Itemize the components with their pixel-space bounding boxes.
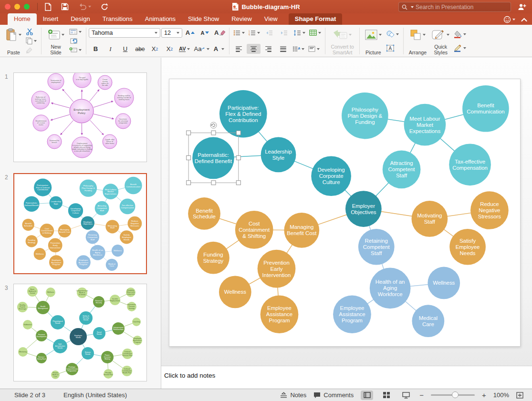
bold-button[interactable]: B [89, 44, 103, 54]
shape-outline-button[interactable] [453, 43, 467, 52]
reset-slide-button[interactable] [68, 36, 83, 45]
tab-shape-format[interactable]: Shape Format [289, 13, 343, 25]
svg-text:Tax-effectiveCompensation: Tax-effectiveCompensation [121, 204, 134, 209]
character-spacing-button[interactable]: AV [177, 44, 191, 54]
slide-3-thumbnail[interactable]: EmployeeNeedsPhysiologicalNeedsSafety &S… [13, 284, 147, 381]
align-center-icon [250, 45, 257, 53]
underline-button[interactable]: U [118, 44, 132, 54]
undo-button[interactable] [78, 3, 91, 10]
slideshow-view-button[interactable] [400, 391, 412, 400]
notes-toggle-button[interactable]: Notes [280, 391, 306, 399]
new-document-button[interactable] [44, 3, 52, 11]
save-button[interactable] [61, 3, 69, 10]
selection-handle[interactable] [236, 155, 240, 160]
align-left-button[interactable] [232, 44, 246, 54]
bullets-button[interactable] [232, 28, 246, 38]
superscript-button[interactable]: X2 [148, 44, 162, 54]
new-slide-caret-icon [62, 34, 64, 36]
comments-toggle-button[interactable]: Comments [313, 391, 354, 399]
selection-handle[interactable] [211, 181, 216, 185]
notes-placeholder: Click to add notes [164, 372, 215, 379]
feedback-smiley-button[interactable] [503, 16, 515, 23]
clear-formatting-label: A [214, 29, 219, 36]
increase-indent-button[interactable] [277, 28, 291, 38]
subscript-button[interactable]: X2 [163, 44, 177, 54]
zoom-in-button[interactable]: + [482, 391, 486, 399]
shapes-button[interactable] [385, 30, 400, 39]
tab-design[interactable]: Design [64, 13, 96, 25]
justify-button[interactable] [276, 44, 290, 54]
slide-1-thumbnail[interactable]: Termination ofemploymentThe goalis to st… [13, 72, 147, 162]
copy-button[interactable] [25, 36, 38, 45]
normal-view-button[interactable] [361, 391, 373, 400]
zoom-window-button[interactable] [24, 4, 30, 10]
align-center-button[interactable] [247, 44, 261, 54]
slide-layout-button[interactable] [68, 27, 83, 36]
change-case-button[interactable]: Aa [192, 44, 211, 54]
zoom-percent[interactable]: 100% [493, 391, 509, 399]
tab-animations[interactable]: Animations [139, 13, 182, 25]
selection-handle[interactable] [187, 131, 191, 135]
slide-2-number: 2 [5, 174, 8, 181]
convert-to-smartart-button[interactable]: Convert toSmartArt [329, 26, 355, 56]
share-add-people-icon[interactable] [518, 3, 526, 10]
text-box-button[interactable]: A [385, 43, 400, 52]
tab-insert[interactable]: Insert [37, 13, 65, 25]
paste-caret-icon [19, 34, 21, 36]
picture-button[interactable]: Picture [363, 26, 384, 56]
redo-button[interactable] [101, 3, 109, 11]
section-button[interactable] [68, 46, 83, 55]
zoom-slider[interactable] [431, 394, 475, 396]
slide-2-thumbnail[interactable]: Participative:Flex & DefinedContribution… [13, 173, 147, 274]
line-spacing-button[interactable] [292, 28, 307, 38]
selection-handle[interactable] [236, 181, 240, 185]
paste-button[interactable]: Paste [4, 26, 23, 56]
shape-fill-button[interactable] [453, 30, 467, 39]
collapse-ribbon-icon[interactable] [521, 18, 527, 22]
search-input[interactable]: Search in Presentation [398, 2, 511, 12]
tab-view[interactable]: View [258, 13, 284, 25]
fit-slide-to-window-icon[interactable] [516, 392, 523, 399]
close-window-button[interactable] [5, 4, 10, 10]
tab-transitions[interactable]: Transitions [96, 13, 139, 25]
align-text-button[interactable] [307, 44, 321, 54]
selection-handle[interactable] [187, 155, 191, 160]
slide-sorter-view-button[interactable] [380, 391, 393, 400]
font-size-select[interactable]: 12 [161, 28, 182, 38]
picture-icon [365, 30, 377, 40]
svg-text:Paternalistic:Defined Benefit: Paternalistic:Defined Benefit [25, 202, 39, 206]
selection-handle[interactable] [187, 181, 191, 185]
format-painter-button[interactable] [25, 46, 38, 55]
text-direction-button[interactable]: A [291, 44, 306, 54]
slide-canvas[interactable]: Participative:Flex & DefinedContribution… [169, 79, 521, 347]
increase-font-size-button[interactable]: A [183, 28, 197, 38]
clear-formatting-button[interactable]: A [213, 28, 227, 38]
text-direction-icon: A [292, 46, 300, 52]
font-name-select[interactable]: Tahoma [89, 28, 160, 38]
selection-handle[interactable] [236, 131, 240, 135]
new-slide-button[interactable]: New Slide [45, 26, 67, 56]
decrease-indent-button[interactable] [262, 28, 276, 38]
tab-home[interactable]: Home [8, 13, 37, 25]
tab-slide-show[interactable]: Slide Show [182, 13, 225, 25]
decrease-font-size-button[interactable]: A [198, 28, 212, 38]
align-right-button[interactable] [261, 44, 275, 54]
arrange-button[interactable]: Arrange [407, 26, 428, 56]
language-indicator[interactable]: English (United States) [63, 391, 127, 399]
notes-pane[interactable]: Click to add notes [161, 366, 532, 389]
zoom-out-button[interactable]: − [419, 391, 424, 399]
search-scope-caret-icon[interactable] [411, 6, 414, 8]
italic-button[interactable]: I [104, 44, 117, 54]
titlebar-divider [37, 3, 38, 10]
minimize-window-button[interactable] [14, 4, 20, 10]
selection-handle[interactable] [211, 131, 216, 135]
strikethrough-button[interactable]: abe [133, 44, 147, 54]
quick-styles-button[interactable]: QuickStyles [430, 26, 451, 56]
comments-icon [313, 392, 321, 399]
font-color-button[interactable]: A [212, 44, 226, 54]
zoom-slider-knob[interactable] [452, 391, 459, 398]
columns-button[interactable] [308, 28, 323, 38]
cut-button[interactable] [25, 27, 38, 36]
tab-review[interactable]: Review [225, 13, 258, 25]
numbering-button[interactable]: 123 [247, 28, 261, 38]
